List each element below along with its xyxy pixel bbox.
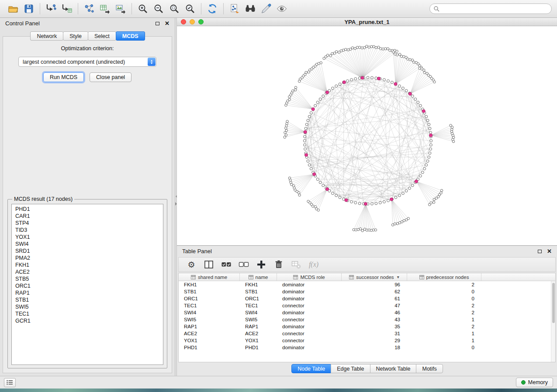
close-window-icon[interactable] — [181, 19, 186, 24]
mcds-result-item[interactable]: PHD1 — [12, 206, 163, 213]
run-mcds-button[interactable]: Run MCDS — [43, 72, 84, 82]
column-attribute-icon — [249, 275, 253, 279]
show-graphics-details-icon — [276, 3, 287, 14]
scrollbar-thumb[interactable] — [552, 283, 555, 323]
save-session-button[interactable] — [21, 2, 37, 16]
mcds-result-item[interactable]: TID3 — [12, 227, 163, 234]
close-panel-icon[interactable]: ✕ — [165, 21, 170, 26]
delete-table-button — [290, 258, 303, 271]
table-row[interactable]: PHD1PHD1dominator180 — [179, 344, 551, 351]
toolbar-separator — [201, 3, 201, 14]
mcds-result-item[interactable]: SWI4 — [12, 241, 163, 248]
search-box[interactable] — [429, 3, 552, 14]
table-row[interactable]: YOX1YOX1connector291 — [179, 337, 551, 344]
table-row[interactable]: ORC1ORC1dominator610 — [179, 295, 551, 302]
mcds-result-item[interactable]: STB5 — [12, 275, 163, 282]
function-icon: f(x) — [309, 261, 318, 268]
tab-edge-table[interactable]: Edge Table — [331, 364, 370, 373]
mcds-result-item[interactable]: GCR1 — [12, 317, 163, 324]
mcds-result-item[interactable]: SWI5 — [12, 303, 163, 310]
mcds-result-item[interactable]: STB1 — [12, 296, 163, 303]
tab-mcds[interactable]: MCDS — [116, 31, 145, 41]
apply-preferred-layout-icon — [207, 3, 218, 14]
tab-select[interactable]: Select — [88, 31, 116, 41]
export-image-button[interactable] — [113, 2, 128, 16]
criterion-dropdown[interactable]: largest connected component (undirected)… — [18, 57, 156, 67]
zoom-out-button[interactable] — [151, 2, 166, 16]
column-view-button[interactable] — [202, 258, 215, 271]
deselect-all-button[interactable] — [237, 258, 250, 271]
mcds-result-item[interactable]: TEC1 — [12, 310, 163, 317]
open-session-button[interactable] — [5, 2, 21, 16]
network-graph[interactable] — [177, 26, 557, 245]
column-attribute-icon — [419, 275, 424, 279]
table-tabs: Node TableEdge TableNetwork TableMotifs — [291, 364, 443, 373]
table-cell: 46 — [342, 309, 407, 316]
list-menu-icon — [7, 380, 13, 385]
table-settings-button[interactable]: ⚙ — [185, 258, 198, 271]
column-header-shared-name[interactable]: shared name — [179, 273, 240, 281]
mcds-result-item[interactable]: SRD1 — [12, 248, 163, 254]
mcds-result-item[interactable]: YOX1 — [12, 234, 163, 241]
table-scrollbar[interactable] — [551, 281, 555, 362]
close-mcds-panel-button[interactable]: Close panel — [90, 72, 131, 82]
zoom-fit-button[interactable] — [166, 2, 182, 16]
search-input[interactable] — [442, 6, 548, 12]
mcds-result-item[interactable]: ACE2 — [12, 268, 163, 275]
column-header-name[interactable]: name — [240, 273, 277, 281]
zoom-selected-button[interactable] — [182, 2, 198, 16]
select-all-button[interactable] — [220, 258, 233, 271]
network-canvas[interactable] — [177, 26, 557, 245]
mcds-result-item[interactable]: PMA2 — [12, 254, 163, 261]
column-header-MCDS-role[interactable]: MCDS role — [277, 273, 342, 281]
mcds-result-item[interactable]: ORC1 — [12, 282, 163, 289]
mcds-result-item[interactable]: CAR1 — [12, 213, 163, 220]
mcds-result-item[interactable]: FKH1 — [12, 261, 163, 268]
mcds-result-item[interactable]: STP4 — [12, 220, 163, 227]
table-row[interactable]: ACE2ACE2connector311 — [179, 330, 551, 337]
tab-node-table[interactable]: Node Table — [291, 364, 331, 373]
maximize-window-icon[interactable] — [198, 19, 204, 24]
tab-motifs[interactable]: Motifs — [416, 364, 443, 373]
find-button[interactable] — [242, 2, 258, 16]
table-cell: connector — [277, 330, 342, 337]
network-from-selection-button[interactable] — [227, 2, 242, 16]
toolbar-separator — [223, 3, 224, 14]
table-cell: ORC1 — [240, 295, 277, 302]
close-table-panel-icon[interactable]: ✕ — [547, 248, 552, 254]
panel-menu-button[interactable] — [4, 378, 16, 387]
delete-row-button[interactable] — [272, 258, 285, 271]
column-header-predecessor-nodes[interactable]: predecessor nodes — [407, 273, 481, 281]
table-row[interactable]: FKH1FKH1dominator962 — [179, 281, 551, 288]
apply-preferred-layout-button[interactable] — [204, 2, 220, 16]
apply-style-button[interactable] — [258, 2, 274, 16]
import-table-from-file-button[interactable] — [59, 2, 75, 16]
table-row[interactable]: TEC1TEC1connector472 — [179, 302, 551, 309]
tab-network[interactable]: Network — [30, 31, 63, 41]
minimize-window-icon[interactable] — [190, 19, 195, 24]
mcds-result-item[interactable]: RAP1 — [12, 289, 163, 296]
table-row[interactable]: STB1STB1dominator620 — [179, 288, 551, 295]
float-panel-icon[interactable] — [156, 22, 159, 25]
show-graphics-details-button[interactable] — [274, 2, 290, 16]
column-header-successor-nodes[interactable]: successor nodes▾ — [342, 273, 407, 281]
table-row[interactable]: SWI5SWI5connector431 — [179, 316, 551, 323]
mcds-result-list[interactable]: PHD1CAR1STP4TID3YOX1SWI4SRD1PMA2FKH1ACE2… — [11, 204, 163, 365]
zoom-in-button[interactable] — [135, 2, 151, 16]
new-network-button[interactable] — [81, 2, 97, 16]
float-table-panel-icon[interactable] — [538, 250, 542, 253]
find-icon — [245, 3, 256, 14]
table-row[interactable]: SWI4SWI4dominator462 — [179, 309, 551, 316]
tab-network-table[interactable]: Network Table — [370, 364, 417, 373]
table-row[interactable]: RAP1RAP1dominator352 — [179, 323, 551, 330]
import-network-from-file-button[interactable] — [43, 2, 59, 16]
memory-button[interactable]: Memory — [516, 378, 553, 387]
mcds-result-title: MCDS result (17 nodes) — [12, 196, 74, 202]
add-row-button[interactable] — [255, 258, 268, 271]
network-window-titlebar[interactable]: YPA_prune.txt_1 — [177, 18, 557, 26]
tab-style[interactable]: Style — [63, 31, 88, 41]
memory-label: Memory — [528, 379, 548, 385]
application-window: Control Panel ✕ NetworkStyleSelectMCDS O… — [0, 0, 557, 392]
table-cell: 62 — [342, 288, 407, 295]
export-table-button[interactable] — [97, 2, 113, 16]
